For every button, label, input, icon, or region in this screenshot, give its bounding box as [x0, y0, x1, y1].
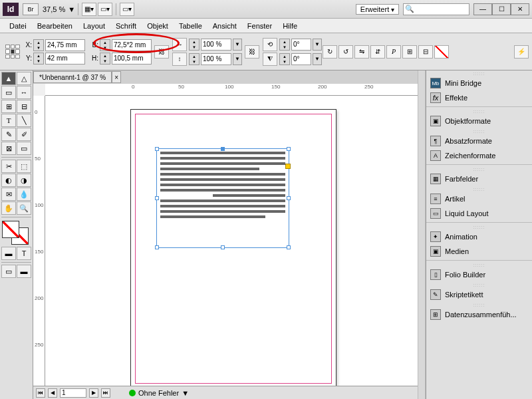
rectangle-tool[interactable]: ▭	[17, 142, 31, 155]
type-tool[interactable]: T	[1, 114, 16, 127]
minimize-button[interactable]: —	[473, 3, 492, 15]
handle[interactable]	[221, 147, 225, 151]
panel-grip[interactable]: ::::::	[426, 302, 532, 307]
rotate-spinner[interactable]: ▲▼	[279, 39, 290, 51]
menu-objekt[interactable]: Objekt	[142, 21, 174, 31]
selection-tool[interactable]: ▲	[1, 72, 16, 85]
panel-grip[interactable]: ::::::	[426, 70, 532, 76]
panel-grip[interactable]: ::::::	[426, 262, 532, 267]
dropdown-icon[interactable]: ▼	[233, 53, 242, 65]
menu-datei[interactable]: Datei	[4, 21, 32, 31]
workspace-selector[interactable]: Erweitert ▾	[356, 4, 399, 15]
normal-view-icon[interactable]: ▭	[1, 265, 16, 278]
scale-y-input[interactable]	[201, 53, 231, 65]
panel-farbfelder[interactable]: ▦Farbfelder	[426, 172, 532, 186]
panel-skriptetikett[interactable]: ✎Skriptetikett	[426, 287, 532, 302]
apply-color-icon[interactable]: ▬	[1, 247, 16, 260]
hand-tool[interactable]: ✋	[1, 201, 16, 215]
rotate-input[interactable]	[291, 39, 311, 51]
close-button[interactable]: ✕	[511, 3, 529, 15]
panel-objektformate[interactable]: ▣Objektformate	[426, 114, 532, 128]
canvas[interactable]	[45, 96, 418, 386]
menu-tabelle[interactable]: Tabelle	[174, 21, 207, 31]
overset-indicator[interactable]	[285, 164, 291, 169]
close-tab-button[interactable]: ×	[112, 71, 121, 83]
content-collector-tool[interactable]: ⊞	[1, 100, 16, 113]
scaley-spinner[interactable]: ▲▼	[189, 53, 200, 65]
menu-bearbeiten[interactable]: Bearbeiten	[32, 21, 78, 31]
height-input[interactable]	[112, 53, 152, 65]
quick-apply-icon[interactable]: ⚡	[514, 45, 529, 59]
handle[interactable]	[287, 245, 291, 249]
scissors-tool[interactable]: ✂	[1, 160, 16, 173]
panel-grip[interactable]: ::::::	[426, 108, 532, 114]
preflight-status-icon[interactable]	[129, 390, 136, 396]
bridge-button[interactable]: Br	[23, 3, 39, 15]
y-spinner[interactable]: ▲▼	[33, 53, 44, 65]
width-input[interactable]	[112, 39, 152, 51]
content-placer-tool[interactable]: ⊟	[17, 100, 31, 113]
dropdown-icon[interactable]: ▼	[313, 53, 322, 65]
panel-grip[interactable]: ::::::	[426, 166, 532, 172]
free-transform-tool[interactable]: ⬚	[17, 160, 31, 173]
pencil-tool[interactable]: ✐	[17, 128, 31, 141]
dropdown-icon[interactable]: ▼	[233, 39, 242, 51]
flip-v-icon[interactable]: ⇵	[370, 45, 385, 59]
dropdown-icon[interactable]: ▼	[313, 39, 322, 51]
panel-grip[interactable]: ::::::	[426, 282, 532, 287]
vertical-ruler[interactable]: 0 50 100 150 200 250	[33, 96, 45, 386]
panel-artikel[interactable]: ≡Artikel	[426, 192, 532, 206]
eyedropper-tool[interactable]: 💧	[17, 188, 31, 201]
maximize-button[interactable]: ☐	[492, 3, 511, 15]
panel-mini-bridge[interactable]: MbMini Bridge	[426, 76, 532, 90]
gap-tool[interactable]: ↔	[17, 86, 31, 99]
fill-none-icon[interactable]	[434, 45, 449, 59]
width-spinner[interactable]: ▲▼	[100, 39, 110, 51]
pen-tool[interactable]: ✎	[1, 128, 16, 141]
handle[interactable]	[155, 196, 159, 200]
panel-grip[interactable]: ::::::	[426, 224, 532, 229]
paragraph-icon[interactable]: P	[386, 45, 401, 59]
panel-folio-builder[interactable]: ▯Folio Builder	[426, 267, 532, 282]
rectangle-frame-tool[interactable]: ⊠	[1, 142, 16, 155]
panel-absatzformate[interactable]: ¶Absatzformate	[426, 134, 532, 148]
rotate-cw-icon[interactable]: ↻	[323, 45, 337, 59]
fill-stroke-swatches[interactable]	[2, 221, 31, 245]
note-tool[interactable]: ✉	[1, 188, 16, 201]
menu-ansicht[interactable]: Ansicht	[207, 21, 242, 31]
preview-icon[interactable]: ▬	[17, 265, 31, 278]
panel-grip[interactable]: ::::::	[426, 128, 532, 134]
line-tool[interactable]: ╲	[17, 114, 31, 127]
panel-grip[interactable]: ::::::	[426, 186, 532, 192]
shear-input[interactable]	[291, 53, 311, 65]
direct-selection-tool[interactable]: △	[17, 72, 31, 85]
dropdown-icon[interactable]: ▼	[68, 5, 75, 13]
next-page-button[interactable]: ▶	[89, 388, 98, 398]
zoom-display[interactable]: 37,5 %	[43, 5, 65, 13]
prev-page-button[interactable]: ◀	[48, 388, 57, 398]
handle[interactable]	[155, 147, 159, 151]
x-spinner[interactable]: ▲▼	[33, 39, 44, 51]
view-options-icon[interactable]: ▦▾	[82, 3, 96, 16]
handle[interactable]	[221, 245, 225, 249]
handle[interactable]	[287, 196, 291, 200]
panel-zeichenformate[interactable]: AZeichenformate	[426, 148, 532, 163]
scale-x-input[interactable]	[201, 39, 231, 51]
apply-text-icon[interactable]: T	[17, 247, 31, 260]
y-input[interactable]	[45, 53, 85, 65]
panel-liquid-layout[interactable]: ▭Liquid Layout	[426, 206, 532, 221]
height-spinner[interactable]: ▲▼	[100, 53, 110, 65]
search-input[interactable]: 🔍	[403, 3, 469, 15]
constrain-icon[interactable]: ⛓	[154, 45, 169, 59]
scalex-spinner[interactable]: ▲▼	[189, 39, 200, 51]
reference-point[interactable]	[5, 45, 20, 59]
last-page-button[interactable]: ⏭	[101, 388, 110, 398]
shear-spinner[interactable]: ▲▼	[279, 53, 290, 65]
align-icon[interactable]: ⊞	[402, 45, 417, 59]
horizontal-ruler[interactable]: 0 50 100 150 200 250	[45, 84, 418, 96]
x-input[interactable]	[45, 39, 85, 51]
panel-animation[interactable]: ✦Animation	[426, 229, 532, 244]
link-icon[interactable]: ⛓	[245, 45, 259, 59]
handle[interactable]	[287, 147, 291, 151]
panel-medien[interactable]: ▣Medien	[426, 244, 532, 259]
